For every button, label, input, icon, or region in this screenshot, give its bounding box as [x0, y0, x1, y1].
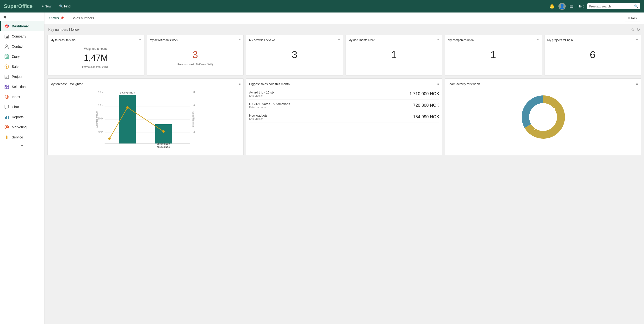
sidebar-item-service[interactable]: Service: [0, 132, 44, 142]
sidebar-collapse-button[interactable]: ◀: [0, 12, 44, 21]
sidebar-item-inbox[interactable]: Inbox: [0, 92, 44, 102]
svg-text:1: 1: [553, 105, 555, 109]
svg-rect-24: [8, 116, 9, 119]
sidebar-item-contact[interactable]: Contact: [0, 41, 44, 52]
find-label: 🔍 Find: [59, 4, 71, 8]
logo-text: SuperOffice.: [4, 3, 33, 9]
new-button[interactable]: + New: [40, 3, 53, 9]
svg-rect-17: [7, 85, 9, 86]
sales-row: New gadgets Erik Eide Jr 154 990 NOK: [249, 111, 439, 123]
dashboard-scrollable[interactable]: Key numbers I follow ☆ ↻ My forecast thi…: [44, 24, 644, 324]
section-actions: ☆ ↻: [631, 27, 640, 32]
svg-text:1 470 426 NOK: 1 470 426 NOK: [120, 92, 135, 94]
sidebar-item-label: Dashboard: [12, 24, 29, 28]
sidebar-item-sale[interactable]: $ Sale: [0, 62, 44, 72]
logo: SuperOffice.: [4, 3, 33, 9]
star-button[interactable]: ☆: [631, 27, 635, 32]
sales-person: Erik Eide Jr: [249, 94, 406, 97]
svg-rect-2: [7, 36, 8, 36]
key-numbers-header: Key numbers I follow ☆ ↻: [47, 27, 641, 32]
kpi-value: 1: [448, 44, 539, 63]
task-label: ≡ Task: [628, 16, 637, 20]
svg-rect-27: [6, 136, 8, 139]
svg-rect-23: [6, 116, 7, 119]
sales-row: DIGITAL Notes - Automations Ester Jansso…: [249, 100, 439, 111]
chat-icon: [4, 104, 9, 110]
svg-text:600 000 NOK: 600 000 NOK: [157, 143, 170, 145]
biggest-sales-title: Biggest sales sold this month: [249, 82, 290, 86]
kpi-menu-button[interactable]: ≡: [437, 38, 439, 42]
kpi-card-forecast: My forecast this mo... ≡ Weighted amount…: [47, 34, 144, 76]
search-input[interactable]: [589, 4, 633, 8]
svg-rect-3: [6, 37, 8, 38]
company-icon: [4, 34, 9, 39]
svg-text:600 000 NOK: 600 000 NOK: [157, 146, 170, 148]
biggest-sales-card: Biggest sales sold this month ≡ Award tr…: [246, 78, 442, 155]
main-content: Status 📌 Sales numbers ≡ Task Key number…: [44, 12, 644, 324]
team-activity-title: Team activity this week: [448, 82, 480, 86]
user-avatar[interactable]: 👤: [558, 3, 566, 10]
sidebar-item-label: Contact: [12, 44, 23, 48]
kpi-value: 1: [349, 44, 440, 63]
help-label: Help: [578, 4, 584, 8]
sidebar-item-label: Project: [12, 75, 22, 78]
refresh-button[interactable]: ↻: [636, 27, 640, 32]
sidebar-item-dashboard[interactable]: 🎯 Dashboard: [0, 21, 44, 31]
sidebar-scroll-down[interactable]: ▼: [0, 142, 44, 149]
sidebar-item-diary[interactable]: 12 Diary: [0, 52, 44, 62]
svg-rect-1: [6, 36, 6, 36]
kpi-value: 3: [249, 44, 340, 63]
kpi-card-title: My companies upda...: [448, 38, 476, 42]
svg-point-50: [162, 130, 165, 133]
svg-rect-19: [7, 87, 9, 89]
sidebar-item-label: Inbox: [12, 95, 20, 99]
kpi-menu-button[interactable]: ≡: [636, 38, 638, 42]
kpi-value: 3: [150, 44, 241, 63]
sidebar-item-marketing[interactable]: Marketing: [0, 122, 44, 132]
find-button[interactable]: 🔍 Find: [57, 3, 72, 9]
sidebar-item-label: Company: [12, 34, 26, 38]
contact-icon: [4, 44, 9, 49]
svg-text:800K: 800K: [98, 117, 104, 120]
kpi-menu-button[interactable]: ≡: [536, 38, 538, 42]
sidebar-item-chat[interactable]: Chat: [0, 102, 44, 112]
kpi-card-documents: My documents creat... ≡ 1: [346, 34, 443, 76]
sales-numbers-label: Sales numbers: [72, 16, 94, 20]
kpi-card-projects: My projects falling b... ≡ 6: [544, 34, 641, 76]
svg-rect-43: [119, 95, 136, 144]
svg-text:400K: 400K: [98, 130, 104, 133]
svg-rect-22: [5, 117, 6, 119]
tab-status[interactable]: Status 📌: [48, 13, 65, 23]
kpi-sub2: Previous month: 0 (Up): [50, 66, 141, 68]
kpi-row: My forecast this mo... ≡ Weighted amount…: [47, 34, 641, 76]
svg-point-20: [5, 95, 8, 98]
marketing-icon: [4, 124, 9, 130]
sidebar-item-label: Marketing: [12, 125, 26, 129]
forecast-chart-menu[interactable]: ≡: [238, 82, 240, 86]
sales-table: Award trip - 15 stk Erik Eide Jr 1 710 0…: [249, 88, 439, 123]
biggest-sales-menu[interactable]: ≡: [437, 82, 439, 86]
kpi-menu-button[interactable]: ≡: [338, 38, 340, 42]
sidebar-item-project[interactable]: Project: [0, 72, 44, 82]
tab-sales-numbers[interactable]: Sales numbers: [71, 13, 95, 23]
sidebar-item-reports[interactable]: Reports: [0, 112, 44, 122]
kpi-menu-button[interactable]: ≡: [238, 38, 240, 42]
svg-text:$: $: [6, 66, 8, 68]
sidebar-item-selection[interactable]: Selection: [0, 82, 44, 92]
svg-text:Weighted amount: Weighted amount: [96, 111, 98, 128]
sidebar-item-company[interactable]: Company: [0, 31, 44, 41]
sale-icon: $: [4, 64, 9, 69]
svg-rect-45: [155, 124, 172, 144]
donut-chart: 2 1: [448, 88, 638, 146]
sales-name: New gadgets: [249, 114, 410, 117]
forecast-chart-title: My forecast – Weighted: [50, 82, 83, 86]
svg-point-49: [126, 106, 129, 109]
svg-text:1.2M: 1.2M: [98, 104, 103, 107]
team-activity-menu[interactable]: ≡: [636, 82, 638, 86]
sidebar-item-label: Service: [12, 135, 23, 139]
message-icon[interactable]: ▤: [568, 3, 574, 10]
kpi-menu-button[interactable]: ≡: [139, 38, 141, 42]
task-button[interactable]: ≡ Task: [625, 15, 640, 22]
svg-text:2: 2: [194, 130, 195, 133]
notification-bell[interactable]: 🔔: [548, 3, 556, 10]
